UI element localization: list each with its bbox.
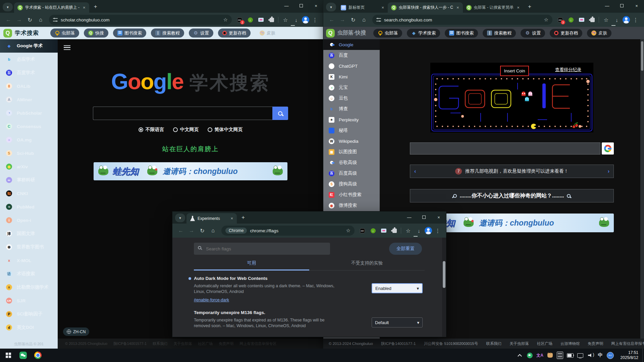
sidebar-item[interactable]: ChatGPT <box>323 61 380 71</box>
language-radio[interactable]: 简体中文网页 <box>208 127 243 133</box>
adguard-extension-icon[interactable] <box>358 226 367 235</box>
downloads-icon[interactable]: ↓ <box>291 15 301 25</box>
site-settings-icon[interactable] <box>53 18 58 21</box>
sidebar-item[interactable]: 红 小红书搜索 <box>323 189 380 200</box>
chrome-taskbar-icon[interactable] <box>34 351 42 360</box>
close-button[interactable]: × <box>431 212 446 222</box>
scholar-tagline-link[interactable]: 站在巨人的肩膀上 <box>162 145 219 154</box>
header-button[interactable]: 快搜 <box>84 28 108 38</box>
sidebar-item[interactable]: b 必应学术 <box>0 53 58 66</box>
minimize-button[interactable]: — <box>402 212 417 222</box>
sidebar-item[interactable]: 津 国图文津 <box>0 227 58 240</box>
sidebar-item[interactable]: S 搜狗高级 <box>323 179 380 189</box>
back-icon[interactable]: ← <box>327 15 337 25</box>
close-button[interactable]: × <box>629 1 644 11</box>
home-icon[interactable]: ⌂ <box>208 226 218 236</box>
hamburger-icon[interactable] <box>64 45 70 50</box>
carousel-next-icon[interactable]: › <box>608 168 609 174</box>
downloads-icon[interactable]: ↓ <box>414 226 424 236</box>
adguard-extension-icon[interactable]: 3 <box>556 15 565 24</box>
flags-section-tab[interactable]: 可用 <box>194 260 309 270</box>
sidebar-item[interactable]: A AMiner <box>0 93 58 106</box>
volume-tray-icon[interactable] <box>586 351 594 359</box>
chrome-menu-icon[interactable]: ⋮ <box>433 226 443 236</box>
taskbar-clock[interactable]: 17:51 2025/8/12 <box>618 350 642 360</box>
chrome-menu-icon[interactable]: ⋮ <box>631 15 641 25</box>
sidebar-item[interactable]: 谷歌高级 <box>323 157 380 168</box>
sidebar-item[interactable]: ◉ 微博搜索 <box>323 200 380 211</box>
sidebar-item[interactable]: SJR SJR <box>0 294 58 307</box>
sidebar-item[interactable]: 百 百度 <box>323 50 380 61</box>
tray-expand-icon[interactable] <box>516 351 524 359</box>
footer-link[interactable]: 陕ICP备14001577-1 <box>113 341 147 346</box>
insert-coin-button[interactable]: Insert Coin <box>500 66 529 76</box>
scholar-search-input[interactable] <box>93 107 272 120</box>
question-bar[interactable]: ........你不小心进入过哪些神奇的网站？........ <box>410 189 614 202</box>
header-button[interactable]: 搜索教程 <box>151 28 184 38</box>
pacman-doodle-board[interactable]: Insert Coin 查看得分纪录 <box>430 63 593 132</box>
forward-icon[interactable]: → <box>14 15 24 25</box>
tab-search-chevron-icon[interactable]: ▾ <box>326 3 336 11</box>
profile-avatar[interactable] <box>425 227 432 234</box>
forward-icon[interactable]: → <box>337 15 347 25</box>
sidebar-item[interactable]: ● OA.mg <box>0 133 58 146</box>
tab-close-icon[interactable]: × <box>82 5 87 10</box>
new-tab-button[interactable]: + <box>91 2 100 11</box>
language-radio[interactable]: 中文网页 <box>173 127 199 133</box>
home-icon[interactable]: ⌂ <box>359 15 369 25</box>
address-bar[interactable]: search.chongbuluo.com ☆ <box>372 15 552 25</box>
sidebar-item[interactable]: ⊕ 世界数字图书 <box>0 240 58 254</box>
footer-link[interactable]: © 2013-2025 Chongbuluo <box>65 342 107 346</box>
bookmark-star-icon[interactable]: ☆ <box>346 228 351 234</box>
header-button[interactable]: 学术搜索 <box>407 29 440 38</box>
sidebar-item[interactable]: ✶ Perplexity <box>323 114 380 125</box>
sidebar-item[interactable]: 百 百度高级 <box>323 168 380 179</box>
sidebar-item[interactable]: P SCI影响因子 <box>0 307 58 321</box>
header-button[interactable]: 虫部落 <box>50 28 79 38</box>
flags-scrollbar[interactable] <box>442 238 446 337</box>
extensions-puzzle-icon[interactable] <box>390 226 399 235</box>
bookmark-all-star-icon[interactable]: ☆ <box>601 15 611 25</box>
language-radio[interactable]: 不限语言 <box>139 127 164 133</box>
kuaisou-search-input[interactable] <box>410 142 600 155</box>
tab-close-icon[interactable]: × <box>516 5 521 10</box>
maximize-button[interactable] <box>614 1 629 11</box>
header-button[interactable]: 设置 <box>521 29 545 38</box>
sidebar-item[interactable]: 知 CNKI <box>0 187 58 200</box>
sidebar-item[interactable]: ≡ 比勒费尔德学术 <box>0 281 58 294</box>
flags-search-input[interactable] <box>194 243 330 255</box>
header-button[interactable]: 设置 <box>189 28 213 38</box>
browser-tab[interactable]: 新标签页 × <box>337 2 388 13</box>
reload-icon[interactable]: ↻ <box>25 15 35 25</box>
header-button[interactable]: 更新存档 <box>550 29 582 38</box>
printer-extension-icon[interactable] <box>577 15 586 24</box>
header-button[interactable]: 皮肤 <box>255 28 280 38</box>
sidebar-item[interactable]: ☺ 豆包 <box>323 93 380 104</box>
new-tab-button[interactable]: + <box>239 213 248 222</box>
sidebar-item[interactable]: b 博查 <box>323 104 380 114</box>
adguard-extension-icon[interactable]: 2 <box>235 15 244 24</box>
footer-link[interactable]: 陕ICP备14001577-1 <box>381 341 416 346</box>
header-button[interactable]: 搜索教程 <box>483 29 516 38</box>
sidebar-item[interactable]: 语 术语搜索 <box>0 267 58 281</box>
ifly-input-tray-icon[interactable] <box>606 351 614 359</box>
language-chip[interactable]: ZH-CN <box>63 327 89 336</box>
google-search-button[interactable] <box>602 142 614 155</box>
reload-icon[interactable]: ↻ <box>197 226 207 236</box>
start-button[interactable] <box>4 351 13 360</box>
downloads-icon[interactable]: ↓ <box>612 15 622 25</box>
back-icon[interactable]: ← <box>3 15 13 25</box>
browser-tab[interactable]: 虫部落 - 让搜索更简单 × <box>463 2 523 13</box>
idm-extension-icon[interactable] <box>567 15 575 24</box>
task-list-tray-icon[interactable] <box>556 351 564 359</box>
new-tab-button[interactable]: + <box>525 2 534 11</box>
header-button[interactable]: 更新存档 <box>218 28 251 38</box>
footer-link[interactable]: © 2013-2024 Chongbuluo <box>329 342 373 346</box>
sidebar-item[interactable]: S Sci-Hub <box>0 146 58 160</box>
footer-link[interactable]: 云游博物馆 <box>560 341 580 346</box>
footer-link[interactable]: 免责声明 <box>588 341 603 346</box>
score-record-link[interactable]: 查看得分纪录 <box>555 67 581 73</box>
maximize-button[interactable] <box>294 1 309 11</box>
browser-tab[interactable]: 虫部落快搜 - 搜索快人一步 - C × <box>388 2 463 13</box>
wechat-taskbar-icon[interactable] <box>19 351 28 360</box>
